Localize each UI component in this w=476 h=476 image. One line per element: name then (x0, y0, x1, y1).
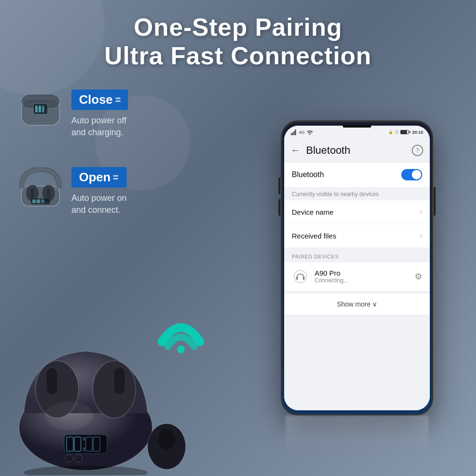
bluetooth-toggle-row[interactable]: Bluetooth (284, 162, 430, 187)
right-panel: 4G 🔒 ⬡ (238, 80, 476, 475)
main-container: One-Step Pairing Ultra Fast Connection (0, 0, 476, 476)
signal-bar-1 (291, 133, 292, 135)
battery-fill (401, 130, 407, 134)
svg-rect-25 (83, 447, 85, 451)
svg-rect-13 (37, 199, 40, 203)
close-desc-line1: Auto power off (71, 116, 127, 125)
camera-notch (343, 125, 371, 128)
open-feature-row: Open Auto power on and connect. (19, 167, 224, 216)
device-connection-status: Connecting... (315, 277, 409, 284)
back-arrow-icon[interactable]: ← (291, 145, 300, 156)
svg-rect-18 (47, 368, 57, 394)
visibility-subtitle: Currently visible to nearby devices (284, 187, 430, 200)
phone-body: 4G 🔒 ⬡ (281, 120, 433, 416)
status-icons-right: 🔒 ⬡ 20:10 (388, 130, 423, 135)
phone-reflection (286, 416, 428, 454)
signal-bar-4 (295, 129, 296, 135)
svg-point-34 (309, 133, 311, 135)
close-badge: Close (71, 89, 128, 110)
content-area: Close Auto power off and charging. (0, 80, 476, 475)
svg-point-35 (294, 270, 307, 283)
received-files-label: Received files (292, 232, 336, 240)
chevron-device-name: › (420, 208, 422, 216)
svg-point-32 (24, 466, 148, 475)
paired-devices-header: PAIRED DEVICES (284, 248, 430, 262)
headline-line2: Ultra Fast Connection (104, 42, 371, 69)
volume-down-button[interactable] (278, 199, 280, 216)
signal-bar-2 (292, 132, 293, 135)
received-files-row[interactable]: Received files › (284, 224, 430, 248)
svg-point-29 (75, 455, 82, 462)
bt-topbar[interactable]: ← Bluetooth ? (284, 139, 430, 162)
close-badge-label: Close (79, 92, 113, 107)
device-name-display: A90 Pro (315, 269, 409, 277)
battery-tip (409, 131, 410, 133)
status-icons-left: 4G (291, 129, 313, 135)
open-badge-label: Open (79, 170, 110, 185)
headline-line1: One-Step Pairing (134, 13, 342, 41)
battery-body (400, 130, 409, 134)
svg-rect-37 (303, 277, 305, 280)
bluetooth-label: Bluetooth (292, 170, 324, 179)
svg-rect-20 (114, 368, 125, 394)
toggle-knob (412, 170, 421, 179)
open-desc-line1: Auto power on (71, 193, 127, 203)
close-feature-text: Close Auto power off and charging. (71, 89, 128, 139)
svg-rect-12 (32, 199, 36, 203)
svg-rect-14 (41, 199, 44, 203)
open-description: Auto power on and connect. (71, 192, 127, 216)
svg-rect-4 (39, 106, 41, 112)
chevron-received-files: › (420, 232, 422, 239)
closed-case-illustration (19, 89, 62, 130)
volume-up-button[interactable] (278, 178, 280, 194)
open-badge: Open (71, 167, 127, 188)
show-more-button[interactable]: Show more ∨ (284, 294, 430, 315)
device-name-row[interactable]: Device name › (284, 200, 430, 224)
screen-title: Bluetooth (306, 144, 406, 157)
show-more-label: Show more (337, 300, 371, 308)
svg-point-28 (65, 455, 73, 462)
clock-display: 20:10 (412, 130, 423, 135)
bluetooth-toggle[interactable] (401, 169, 422, 180)
phone-container: 4G 🔒 ⬡ (281, 120, 433, 416)
bt-status-icon: ⬡ (395, 130, 398, 134)
gear-icon[interactable]: ⚙ (415, 271, 422, 282)
device-name-label: Device name (292, 208, 334, 216)
open-desc-line2: and connect. (71, 205, 120, 215)
device-info: A90 Pro Connecting... (315, 269, 409, 284)
close-feature-row: Close Auto power off and charging. (19, 89, 224, 139)
svg-rect-10 (47, 188, 50, 198)
open-feature-text: Open Auto power on and connect. (71, 167, 127, 216)
svg-point-31 (158, 429, 175, 450)
badge-lines-open (113, 175, 118, 179)
close-desc-line2: and charging. (71, 128, 123, 137)
phone-screen: 4G 🔒 ⬡ (284, 126, 430, 410)
left-panel: Close Auto power off and charging. (0, 80, 238, 475)
open-case-illustration (19, 167, 62, 208)
svg-rect-3 (35, 106, 38, 112)
svg-rect-5 (42, 106, 44, 112)
signal-bars (291, 129, 296, 135)
earbuds-product-image (0, 294, 214, 475)
bluetooth-settings-screen: ← Bluetooth ? Bluetooth (284, 139, 430, 410)
wifi-status-icon (307, 130, 313, 135)
svg-point-19 (93, 361, 136, 418)
battery-indicator (400, 130, 410, 134)
status-bar: 4G 🔒 ⬡ (284, 126, 430, 139)
badge-lines-close (116, 98, 120, 102)
chevron-down-icon: ∨ (372, 300, 377, 308)
close-description: Auto power off and charging. (71, 115, 128, 139)
svg-rect-9 (30, 188, 34, 198)
device-icon (292, 268, 309, 285)
lock-icon: 🔒 (388, 130, 393, 134)
svg-rect-24 (83, 437, 85, 441)
help-button[interactable]: ? (412, 145, 423, 156)
svg-point-33 (45, 401, 93, 430)
device-row-a90pro[interactable]: A90 Pro Connecting... ⚙ (284, 262, 430, 291)
signal-bar-3 (294, 131, 295, 135)
network-type: 4G (299, 130, 305, 135)
power-button[interactable] (434, 187, 436, 216)
svg-rect-36 (296, 277, 298, 280)
